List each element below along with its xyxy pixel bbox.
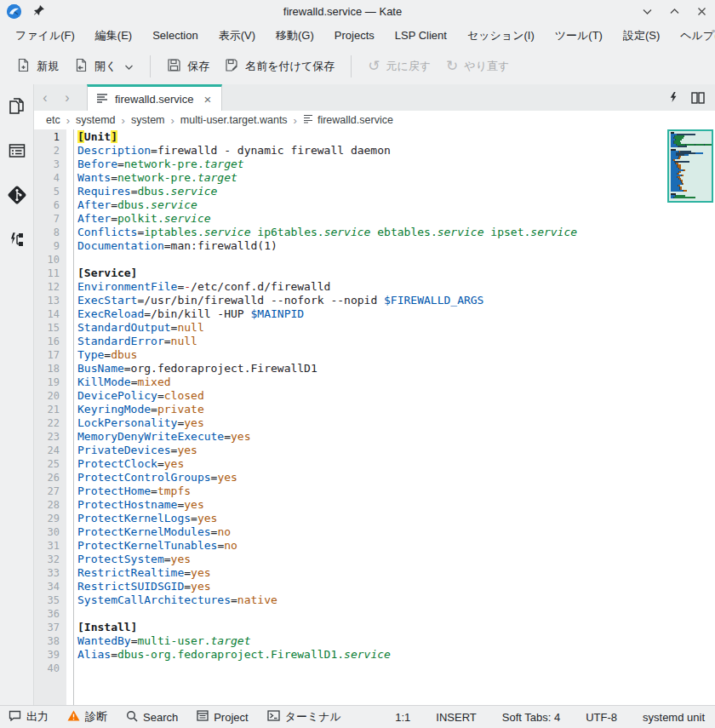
code-line[interactable]: ProtectClock=yes xyxy=(77,457,715,471)
undo-button[interactable]: ↺ 元に戻す xyxy=(360,54,438,79)
line-number-gutter: 1234567891011121314151617181920212223242… xyxy=(34,129,66,705)
tab-prev-button[interactable]: ‹ xyxy=(34,84,56,111)
code-line[interactable]: Requires=dbus.service xyxy=(77,185,715,198)
code-line[interactable]: ProtectHostname=yes xyxy=(77,498,715,512)
menu-item-2[interactable]: Selection xyxy=(142,26,208,45)
code-line[interactable]: RestrictSUIDSGID=yes xyxy=(77,580,715,593)
code-line[interactable]: ProtectKernelModules=no xyxy=(77,525,715,539)
code-line[interactable]: PrivateDevices=yes xyxy=(77,444,715,457)
line-number: 17 xyxy=(34,348,66,362)
code-line[interactable]: MemoryDenyWriteExecute=yes xyxy=(77,430,715,444)
code-line[interactable]: Type=dbus xyxy=(77,348,715,362)
line-number: 21 xyxy=(34,403,66,416)
close-button[interactable] xyxy=(695,4,708,18)
line-number: 16 xyxy=(34,335,66,348)
minimize-button[interactable] xyxy=(640,4,654,18)
code-line[interactable]: StandardOutput=null xyxy=(77,321,715,335)
menu-item-1[interactable]: 編集(E) xyxy=(85,25,142,47)
line-number: 1 xyxy=(34,130,66,144)
code-area[interactable]: [Unit]Description=firewalld - dynamic fi… xyxy=(74,129,715,705)
menu-item-9[interactable]: 設定(S) xyxy=(613,25,670,47)
code-line[interactable]: Conflicts=iptables.service ip6tables.ser… xyxy=(77,226,715,239)
search-toggle[interactable]: Search xyxy=(126,710,178,725)
code-line[interactable]: WantedBy=multi-user.target xyxy=(77,634,715,648)
line-number: 24 xyxy=(34,444,66,457)
code-line[interactable]: Alias=dbus-org.fedoraproject.FirewallD1.… xyxy=(77,648,715,662)
code-line[interactable]: KeyringMode=private xyxy=(77,403,715,416)
code-line[interactable]: After=dbus.service xyxy=(77,198,715,212)
code-line[interactable] xyxy=(77,607,715,621)
code-line[interactable]: Wants=network-pre.target xyxy=(77,171,715,185)
new-button[interactable]: 新規 xyxy=(9,53,66,80)
tab-close-icon[interactable]: × xyxy=(203,92,211,106)
tab-settings[interactable]: Soft Tabs: 4 xyxy=(502,711,560,724)
undo-icon: ↺ xyxy=(368,60,380,72)
code-line[interactable]: KillMode=mixed xyxy=(77,375,715,389)
breadcrumb-item[interactable]: etc xyxy=(46,114,60,126)
git-icon[interactable] xyxy=(7,185,27,205)
output-toggle[interactable]: 出力 xyxy=(9,709,49,725)
code-line[interactable]: [Unit] xyxy=(77,130,715,144)
code-line[interactable]: ProtectHome=tmpfs xyxy=(77,484,715,498)
breadcrumb-item[interactable]: systemd xyxy=(76,114,116,126)
code-line[interactable]: Documentation=man:firewalld(1) xyxy=(77,239,715,253)
redo-button[interactable]: ↻ やり直す xyxy=(438,54,517,79)
code-line[interactable]: RestrictRealtime=yes xyxy=(77,566,715,580)
menu-item-7[interactable]: セッション(I) xyxy=(457,25,545,47)
quick-open-lightning-icon[interactable] xyxy=(669,92,679,104)
pin-icon[interactable] xyxy=(33,4,45,19)
cursor-position[interactable]: 1:1 xyxy=(395,711,410,724)
filesystem-list-icon[interactable] xyxy=(7,140,27,161)
breadcrumb-item-current[interactable]: firewalld.service xyxy=(303,114,393,126)
code-line[interactable]: LockPersonality=yes xyxy=(77,416,715,430)
code-line[interactable]: SystemCallArchitectures=native xyxy=(77,593,715,607)
tab-next-button[interactable]: › xyxy=(56,84,78,111)
code-line[interactable]: [Install] xyxy=(77,621,715,634)
documents-panel-icon[interactable] xyxy=(7,96,27,117)
code-line[interactable]: [Service] xyxy=(77,267,715,280)
text-editor[interactable]: 1234567891011121314151617181920212223242… xyxy=(34,129,715,705)
project-toggle[interactable]: Project xyxy=(197,710,248,724)
menu-item-8[interactable]: ツール(T) xyxy=(545,25,613,47)
code-line[interactable] xyxy=(77,662,715,675)
menu-item-5[interactable]: Projects xyxy=(324,26,385,45)
filetype-mode[interactable]: systemd unit xyxy=(643,711,705,724)
minimap-scrollbar[interactable] xyxy=(667,129,713,203)
split-view-icon[interactable] xyxy=(691,92,705,104)
menu-item-10[interactable]: ヘルプ(H) xyxy=(670,25,715,47)
code-line[interactable]: ProtectKernelLogs=yes xyxy=(77,512,715,525)
code-line[interactable]: ProtectControlGroups=yes xyxy=(77,471,715,484)
breadcrumb-item[interactable]: system xyxy=(131,114,165,126)
code-line[interactable]: ExecReload=/bin/kill -HUP $MAINPID xyxy=(77,307,715,321)
code-line[interactable]: EnvironmentFile=-/etc/conf.d/firewalld xyxy=(77,280,715,294)
document-icon xyxy=(303,114,313,126)
breadcrumb-item[interactable]: multi-user.target.wants xyxy=(180,114,288,126)
open-dropdown-chevron-icon[interactable] xyxy=(124,60,134,73)
menu-item-3[interactable]: 表示(V) xyxy=(209,25,266,47)
menu-item-4[interactable]: 移動(G) xyxy=(266,25,324,47)
code-line[interactable]: After=polkit.service xyxy=(77,212,715,226)
code-line[interactable]: DevicePolicy=closed xyxy=(77,389,715,403)
line-number: 25 xyxy=(34,457,66,471)
code-line[interactable]: BusName=org.fedoraproject.FirewallD1 xyxy=(77,362,715,375)
maximize-button[interactable] xyxy=(667,4,681,18)
encoding[interactable]: UTF-8 xyxy=(586,711,617,724)
tab-bar: ‹ › firewalld.service × xyxy=(34,84,715,111)
code-line[interactable]: Before=network-pre.target xyxy=(77,158,715,171)
save-button[interactable]: 保存 xyxy=(159,53,217,80)
code-line[interactable]: ExecStart=/usr/bin/firewalld --nofork --… xyxy=(77,294,715,307)
terminal-toggle[interactable]: ターミナル xyxy=(267,709,341,725)
tab-firewalld-service[interactable]: firewalld.service × xyxy=(87,84,222,111)
code-line[interactable] xyxy=(77,253,715,267)
input-mode[interactable]: INSERT xyxy=(436,711,476,724)
code-line[interactable]: Description=firewalld - dynamic firewall… xyxy=(77,144,715,158)
code-line[interactable]: ProtectKernelTunables=no xyxy=(77,539,715,553)
save-as-button[interactable]: 名前を付けて保存 xyxy=(217,53,342,80)
diagnostics-toggle[interactable]: 診断 xyxy=(67,709,107,725)
code-line[interactable]: ProtectSystem=yes xyxy=(77,553,715,566)
open-button[interactable]: 開く xyxy=(66,53,141,80)
symbols-outline-icon[interactable] xyxy=(7,229,27,249)
menu-item-6[interactable]: LSP Client xyxy=(385,26,457,45)
code-line[interactable]: StandardError=null xyxy=(77,335,715,348)
menu-item-0[interactable]: ファイル(F) xyxy=(5,25,85,47)
